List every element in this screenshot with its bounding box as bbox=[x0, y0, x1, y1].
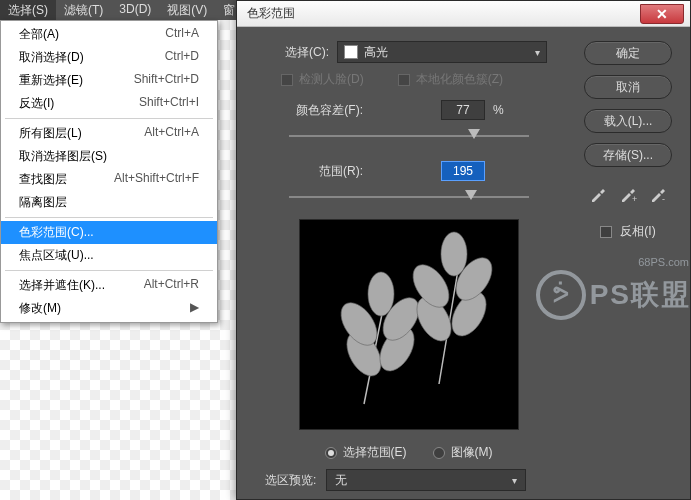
menu-select[interactable]: 选择(S) bbox=[0, 0, 56, 20]
dialog-titlebar: 色彩范围 ✕ bbox=[237, 1, 690, 27]
highlight-swatch bbox=[344, 45, 358, 59]
eyedropper-add-icon[interactable]: + bbox=[617, 183, 639, 205]
menu-view[interactable]: 视图(V) bbox=[159, 0, 215, 20]
leaf-preview-image bbox=[309, 224, 509, 424]
menubar: 选择(S) 滤镜(T) 3D(D) 视图(V) 窗 bbox=[0, 0, 243, 20]
menu-item-select-and-mask[interactable]: 选择并遮住(K)...Alt+Ctrl+R bbox=[1, 274, 217, 297]
color-range-dialog: 色彩范围 ✕ 选择(C): 高光 ▾ 检测人脸(D) 本地化颜色簇(Z) 颜色容… bbox=[236, 0, 691, 500]
fuzziness-slider[interactable] bbox=[289, 128, 529, 143]
menu-item-deselect[interactable]: 取消选择(D)Ctrl+D bbox=[1, 46, 217, 69]
select-menu-dropdown: 全部(A)Ctrl+A 取消选择(D)Ctrl+D 重新选择(E)Shift+C… bbox=[0, 20, 218, 323]
eyedropper-icon[interactable] bbox=[587, 183, 609, 205]
select-value: 高光 bbox=[364, 44, 388, 61]
preview-area bbox=[299, 219, 519, 430]
dialog-title: 色彩范围 bbox=[237, 5, 640, 22]
radio-image[interactable]: 图像(M) bbox=[433, 444, 493, 461]
select-dropdown[interactable]: 高光 ▾ bbox=[337, 41, 547, 63]
fuzziness-input[interactable]: 77 bbox=[441, 100, 485, 120]
menu-item-deselect-layers[interactable]: 取消选择图层(S) bbox=[1, 145, 217, 168]
ok-button[interactable]: 确定 bbox=[584, 41, 672, 65]
range-input[interactable]: 195 bbox=[441, 161, 485, 181]
range-label: 范围(R): bbox=[251, 163, 363, 180]
selection-preview-label: 选区预览: bbox=[265, 472, 316, 489]
menu-item-all[interactable]: 全部(A)Ctrl+A bbox=[1, 23, 217, 46]
fuzziness-label: 颜色容差(F): bbox=[251, 102, 363, 119]
localized-checkbox: 本地化颜色簇(Z) bbox=[398, 71, 503, 88]
percent-label: % bbox=[493, 103, 504, 117]
menu-item-find-layers[interactable]: 查找图层Alt+Shift+Ctrl+F bbox=[1, 168, 217, 191]
menu-item-reselect[interactable]: 重新选择(E)Shift+Ctrl+D bbox=[1, 69, 217, 92]
selection-preview-dropdown[interactable]: 无▾ bbox=[326, 469, 526, 491]
cancel-button[interactable]: 取消 bbox=[584, 75, 672, 99]
save-button[interactable]: 存储(S)... bbox=[584, 143, 672, 167]
menu-item-color-range[interactable]: 色彩范围(C)... bbox=[1, 221, 217, 244]
close-button[interactable]: ✕ bbox=[640, 4, 684, 24]
svg-text:-: - bbox=[662, 194, 665, 203]
radio-selection[interactable]: 选择范围(E) bbox=[325, 444, 407, 461]
chevron-down-icon: ▾ bbox=[535, 47, 540, 58]
eyedropper-subtract-icon[interactable]: - bbox=[647, 183, 669, 205]
svg-text:+: + bbox=[632, 194, 637, 203]
svg-point-6 bbox=[368, 272, 394, 316]
range-slider[interactable] bbox=[289, 189, 529, 204]
close-icon: ✕ bbox=[656, 6, 668, 22]
menu-item-focus-area[interactable]: 焦点区域(U)... bbox=[1, 244, 217, 267]
detect-faces-checkbox: 检测人脸(D) bbox=[281, 71, 364, 88]
select-label: 选择(C): bbox=[251, 44, 329, 61]
menu-filter[interactable]: 滤镜(T) bbox=[56, 0, 111, 20]
menu-3d[interactable]: 3D(D) bbox=[111, 0, 159, 20]
menu-item-inverse[interactable]: 反选(I)Shift+Ctrl+I bbox=[1, 92, 217, 115]
chevron-down-icon: ▾ bbox=[512, 475, 517, 486]
menu-item-isolate-layers[interactable]: 隔离图层 bbox=[1, 191, 217, 214]
load-button[interactable]: 载入(L)... bbox=[584, 109, 672, 133]
svg-point-11 bbox=[441, 232, 467, 276]
menu-item-all-layers[interactable]: 所有图层(L)Alt+Ctrl+A bbox=[1, 122, 217, 145]
invert-checkbox[interactable]: 反相(I) bbox=[600, 223, 655, 240]
menu-item-modify[interactable]: 修改(M)▶ bbox=[1, 297, 217, 320]
eyedropper-group: + - bbox=[587, 183, 669, 205]
